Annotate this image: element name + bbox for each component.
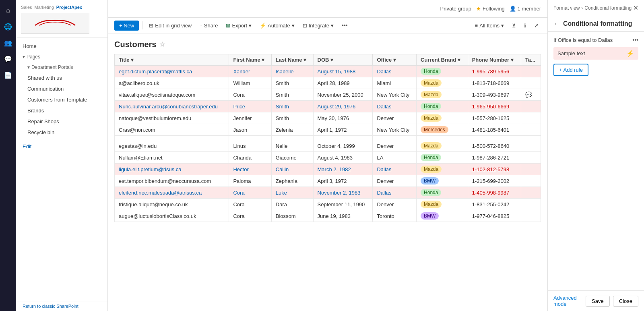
automate-button[interactable]: ⚡ Automate ▾: [256, 21, 298, 31]
all-items-dropdown[interactable]: ≡ All Items ▾: [473, 21, 506, 30]
brand-badge: Honda: [421, 103, 441, 110]
cell-title[interactable]: augue@luctuslobortisClass.co.uk: [115, 210, 229, 222]
cell-title[interactable]: eleifend.nec.malesuada@atrisus.ca: [115, 187, 229, 199]
all-items-label: All Items: [479, 23, 500, 29]
nav-brands[interactable]: Brands: [16, 105, 107, 116]
list-icon: ≡: [475, 23, 478, 29]
col-dob[interactable]: DOB ▾: [313, 54, 373, 66]
cell-office: LA: [373, 152, 417, 164]
col-brand[interactable]: Current Brand ▾: [417, 54, 468, 66]
nav-pages-group[interactable]: ▾ Pages: [16, 52, 107, 62]
close-button[interactable]: Close: [613, 296, 638, 307]
nav-dept-portals-group[interactable]: ▾ Department Portals: [16, 62, 107, 73]
nav-repair-shops[interactable]: Repair Shops: [16, 116, 107, 127]
sample-text-label: Sample text: [557, 50, 585, 56]
chat-nav-icon[interactable]: 💬: [1, 52, 15, 66]
cell-title[interactable]: tristique.aliquet@neque.co.uk: [115, 199, 229, 210]
nav-return[interactable]: Return to classic SharePoint: [16, 301, 107, 311]
col-phone[interactable]: Phone Number ▾: [468, 54, 521, 66]
cell-ta: [521, 101, 541, 112]
integrate-button[interactable]: ⊡ Integrate ▾: [299, 21, 337, 31]
breadcrumb-format-view[interactable]: Format view: [553, 5, 580, 11]
cell-ta: [521, 66, 541, 77]
cell-ta: [521, 152, 541, 164]
cell-office: Denver: [373, 175, 417, 187]
cell-dob: August 15, 1988: [313, 66, 373, 77]
export-button[interactable]: ⊠ Export ▾: [223, 21, 255, 31]
tab-marketing[interactable]: Marketing: [35, 5, 54, 10]
cell-title[interactable]: natoque@vestibulumlorem.edu: [115, 112, 229, 124]
cell-phone: 1-557-280-1625: [468, 112, 521, 124]
cell-title[interactable]: eget.dictum.placerat@mattis.ca: [115, 66, 229, 77]
brand-badge: Mazda: [421, 114, 442, 122]
condition-menu-icon[interactable]: •••: [632, 37, 638, 43]
cell-title[interactable]: egestas@in.edu: [115, 140, 229, 152]
filter-icon: ⊻: [512, 23, 516, 29]
table-row: [115, 136, 541, 140]
cell-brand: Honda: [417, 152, 468, 164]
cell-first-name: William: [229, 77, 271, 89]
cell-title[interactable]: ligula.elit.pretium@risus.ca: [115, 164, 229, 175]
nav-customers-template[interactable]: Customers from Template: [16, 94, 107, 105]
panel-back-button[interactable]: ←: [553, 20, 560, 27]
brand-badge: Mazda: [421, 201, 442, 208]
new-button[interactable]: + New: [114, 21, 139, 31]
add-rule-button[interactable]: + Add rule: [553, 64, 588, 76]
col-title[interactable]: Title ▾: [115, 54, 229, 66]
globe-nav-icon[interactable]: 🌐: [1, 19, 15, 34]
integrate-icon: ⊡: [303, 23, 307, 29]
cell-last-name: Dara: [271, 199, 313, 210]
home-nav-icon[interactable]: ⌂: [1, 3, 15, 18]
col-office[interactable]: Office ▾: [373, 54, 417, 66]
cell-last-name: Nelle: [271, 140, 313, 152]
table-row: Nunc.pulvinar.arcu@conubianostraper.edu …: [115, 101, 541, 112]
save-button[interactable]: Save: [586, 296, 610, 307]
cell-first-name: Cora: [229, 89, 271, 101]
table-row: eleifend.nec.malesuada@atrisus.ca Cora L…: [115, 187, 541, 199]
cell-title[interactable]: est.tempor.bibendum@neccursusa.com: [115, 175, 229, 187]
cell-title[interactable]: Nullam@Etiam.net: [115, 152, 229, 164]
table-row: tristique.aliquet@neque.co.uk Cora Dara …: [115, 199, 541, 210]
cell-phone: 1-309-493-9697: [468, 89, 521, 101]
cell-first-name: Jason: [229, 124, 271, 136]
panel-close-button[interactable]: ✕: [633, 4, 638, 12]
table-row: ligula.elit.pretium@risus.ca Hector Cail…: [115, 164, 541, 175]
right-panel: Format view › Conditional formatting ✕ ←…: [547, 0, 644, 311]
cell-office: Denver: [373, 199, 417, 210]
edit-grid-button[interactable]: ⊞ Edit in grid view: [146, 21, 195, 31]
favorite-star-icon[interactable]: ☆: [159, 41, 165, 48]
tab-projectapex[interactable]: ProjectApex: [56, 5, 82, 10]
document-nav-icon[interactable]: 📄: [1, 68, 15, 82]
tab-sales[interactable]: Sales: [21, 5, 32, 10]
col-last-name[interactable]: Last Name ▾: [271, 54, 313, 66]
nav-shared[interactable]: Shared with us: [16, 73, 107, 83]
lightning-button[interactable]: ⚡: [626, 50, 634, 57]
info-button[interactable]: ℹ: [522, 21, 528, 30]
cell-first-name: Chanda: [229, 152, 271, 164]
cell-phone: 1-405-998-9987: [468, 187, 521, 199]
table-row: eget.dictum.placerat@mattis.ca Xander Is…: [115, 66, 541, 77]
cell-title[interactable]: Nunc.pulvinar.arcu@conubianostraper.edu: [115, 101, 229, 112]
expand-icon: ⤢: [534, 23, 539, 29]
share-button[interactable]: ↑ Share: [196, 21, 221, 31]
expand-button[interactable]: ⤢: [532, 21, 541, 30]
cell-title[interactable]: vitae.aliquet@sociisnatoque.com: [115, 89, 229, 101]
chat-icon[interactable]: 💬: [525, 91, 532, 98]
cell-office: New York City: [373, 124, 417, 136]
col-ta[interactable]: Ta...: [521, 54, 541, 66]
cell-last-name: Smith: [271, 89, 313, 101]
nav-communication[interactable]: Communication: [16, 83, 107, 94]
advanced-mode-link[interactable]: Advanced mode: [553, 295, 586, 307]
col-first-name[interactable]: First Name ▾: [229, 54, 271, 66]
nav-edit[interactable]: Edit: [16, 141, 107, 152]
nav-home[interactable]: Home: [16, 41, 107, 52]
filter-button[interactable]: ⊻: [510, 21, 518, 30]
main-content: Private group ★ Following 👤 1 member + N…: [108, 0, 547, 311]
following-button[interactable]: ★ Following: [476, 6, 505, 12]
nav-recycle-bin[interactable]: Recycle bin: [16, 127, 107, 138]
share-label: Share: [204, 23, 218, 29]
cell-title[interactable]: a@aclibero.co.uk: [115, 77, 229, 89]
people-nav-icon[interactable]: 👥: [1, 35, 15, 50]
more-options-button[interactable]: •••: [339, 20, 351, 31]
cell-title[interactable]: Cras@non.com: [115, 124, 229, 136]
